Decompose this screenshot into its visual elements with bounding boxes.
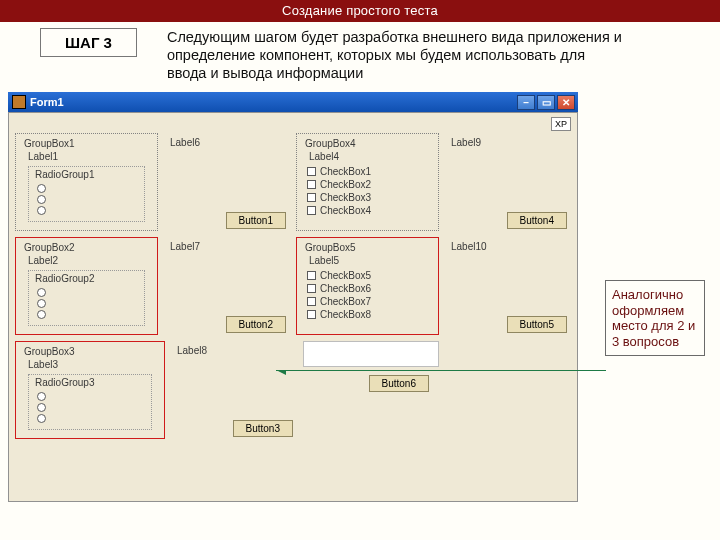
side-panel-2: Label7 Button2 [164,237,290,335]
maximize-button[interactable]: ▭ [537,95,555,110]
step-box: ШАГ 3 [40,28,137,57]
radio-item[interactable] [37,392,147,401]
step-description: Следующим шагом будет разработка внешнег… [167,28,627,82]
checkbox-row[interactable]: CheckBox2 [307,179,432,190]
titlebar: Form1 – ▭ ✕ [8,92,578,112]
form-body: XP GroupBox1 Label1 RadioGroup1 Label6 B [8,112,578,502]
button-6[interactable]: Button6 [369,375,429,392]
label: Label5 [309,255,432,266]
label: Label1 [28,151,151,162]
radio-item[interactable] [37,206,140,215]
checkbox-row[interactable]: CheckBox6 [307,283,432,294]
button-3[interactable]: Button3 [233,420,293,437]
radiogroup-caption: RadioGroup3 [35,377,147,388]
checkbox-row[interactable]: CheckBox5 [307,270,432,281]
side-label: Label9 [451,137,569,148]
label: Label4 [309,151,432,162]
designer-window: Form1 – ▭ ✕ XP GroupBox1 Label1 RadioGro… [8,92,578,502]
side-label: Label8 [177,345,295,356]
groupbox-3: GroupBox3 Label3 RadioGroup3 [15,341,165,439]
radiogroup-2: RadioGroup2 [28,270,145,326]
radiogroup-1: RadioGroup1 [28,166,145,222]
side-panel-1: Label6 Button1 [164,133,290,231]
button-4[interactable]: Button4 [507,212,567,229]
groupbox-5: GroupBox5 Label5 CheckBox5 CheckBox6 Che… [296,237,439,335]
checkbox-row[interactable]: CheckBox3 [307,192,432,203]
page-banner: Создание простого теста [0,0,720,22]
groupbox-caption: GroupBox2 [24,242,151,253]
app-icon [12,95,26,109]
button-2[interactable]: Button2 [226,316,286,333]
side-panel-3: Label8 Button3 [171,341,297,439]
radiogroup-3: RadioGroup3 [28,374,152,430]
groupbox-caption: GroupBox4 [305,138,432,149]
label: Label2 [28,255,151,266]
radio-item[interactable] [37,414,147,423]
groupbox-caption: GroupBox3 [24,346,158,357]
checkbox-row[interactable]: CheckBox4 [307,205,432,216]
close-button[interactable]: ✕ [557,95,575,110]
checkbox-row[interactable]: CheckBox1 [307,166,432,177]
radio-item[interactable] [37,403,147,412]
radio-item[interactable] [37,288,140,297]
radio-item[interactable] [37,184,140,193]
top-row: ШАГ 3 Следующим шагом будет разработка в… [0,22,720,86]
xp-badge: XP [551,117,571,131]
blank-panel [303,341,439,367]
groupbox-1: GroupBox1 Label1 RadioGroup1 [15,133,158,231]
side-panel-4: Label9 Button4 [445,133,571,231]
annotation: Аналогично оформляем место для 2 и 3 воп… [605,280,705,356]
radio-item[interactable] [37,299,140,308]
button-1[interactable]: Button1 [226,212,286,229]
button-5[interactable]: Button5 [507,316,567,333]
label: Label3 [28,359,158,370]
checkbox-row[interactable]: CheckBox7 [307,296,432,307]
groupbox-caption: GroupBox5 [305,242,432,253]
side-label: Label6 [170,137,288,148]
radio-item[interactable] [37,195,140,204]
groupbox-2: GroupBox2 Label2 RadioGroup2 [15,237,158,335]
checkbox-row[interactable]: CheckBox8 [307,309,432,320]
radiogroup-caption: RadioGroup1 [35,169,140,180]
side-label: Label7 [170,241,288,252]
side-panel-5: Label10 Button5 [445,237,571,335]
window-title: Form1 [30,96,64,108]
minimize-button[interactable]: – [517,95,535,110]
annotation-text: Аналогично оформляем место для 2 и 3 воп… [605,280,705,356]
side-label: Label10 [451,241,569,252]
radiogroup-caption: RadioGroup2 [35,273,140,284]
groupbox-caption: GroupBox1 [24,138,151,149]
radio-item[interactable] [37,310,140,319]
groupbox-4: GroupBox4 Label4 CheckBox1 CheckBox2 Che… [296,133,439,231]
